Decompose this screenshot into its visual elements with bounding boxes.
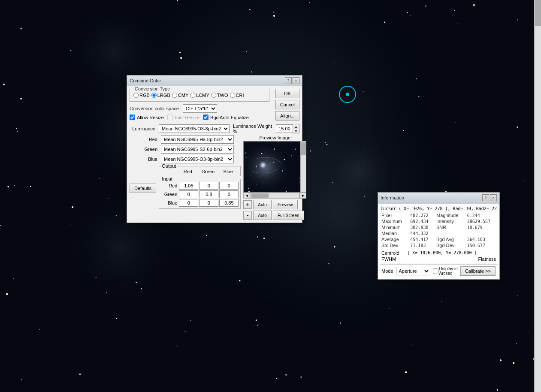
defaults-button[interactable]: Defaults [130,184,156,193]
color-space-select[interactable]: CIE L*a*b* sRGB Adobe RGB [183,104,217,113]
info-help-button[interactable]: ? [482,194,489,201]
channels-section: Red Mean NGC6995-Ha-8p-bin2 Green Mean N… [130,135,241,220]
ok-button[interactable]: OK [275,89,299,98]
input-blue-label: Blue [161,200,177,205]
spinner-down[interactable]: ▼ [293,129,299,133]
preview-vscroll[interactable] [300,141,306,193]
combine-color-dialog: Combine Color ? × Conversion Type RGB [127,75,302,223]
radio-rgb-input[interactable] [133,93,139,98]
lum-weight-input[interactable] [276,124,293,133]
calibrate-button[interactable]: Calibrate >> [460,266,496,276]
luminance-label: Luminance [130,126,155,131]
lum-weight-spinner: ▲ ▼ [276,124,299,133]
avg-value: 454.417 [408,236,435,242]
input-red-col3[interactable] [219,182,239,190]
radio-cmy[interactable]: CMY [172,93,188,98]
full-screen-button[interactable]: Full Screen [273,211,304,220]
info-close-button[interactable]: × [490,194,497,201]
green-select[interactable]: Mean NGC6995-S2-6p-bin2 [161,145,234,154]
defaults-area: Defaults [130,166,156,211]
bgd-equalize-checkbox[interactable] [203,115,209,120]
help-button[interactable]: ? [285,77,292,84]
target-inner [346,93,349,96]
preview-image-area [243,141,306,193]
radio-lrgb[interactable]: LRGB [151,93,170,98]
mode-select[interactable]: Aperture [396,267,430,275]
close-button[interactable]: × [293,77,299,84]
zoom-in-button[interactable]: + [243,200,252,209]
min-label: Minimum [380,224,408,230]
fwhm-label: FWHM [381,256,407,262]
input-green-col3[interactable] [219,190,239,198]
output-red-header: Red [178,169,197,174]
target-circle [339,86,356,103]
auto-button-2[interactable]: Auto [253,211,272,220]
intensity-label: Intensity [435,218,465,224]
scrollbar-thumb[interactable] [535,0,541,26]
display-arcsec-checkbox[interactable] [433,268,438,274]
combine-color-titlebar[interactable]: Combine Color ? × [127,75,302,86]
input-red-col2[interactable] [199,182,218,190]
green-channel-label: Green [130,147,157,152]
conversion-type-group: Conversion Type RGB LRGB CMY [130,89,269,102]
input-blue-col2[interactable] [199,199,218,207]
stats-row-std: Std Dev 71.183 Bgd Dev 150.577 [380,242,498,248]
align-button[interactable]: Align... [275,111,299,121]
fast-resize-checkbox[interactable] [167,115,173,120]
radio-cri-input[interactable] [230,93,235,98]
hscroll-thumb[interactable] [251,193,269,199]
radio-two-input[interactable] [211,93,216,98]
centroid-row: Centroid ( X= 1026.000, Y= 278.000 ) [380,250,498,256]
blue-select[interactable]: Mean NGC6995-O3-8p-bin2 [161,155,234,163]
output-label: Output [161,163,177,169]
preview-button[interactable]: Preview [273,200,298,209]
input-group: Input Red [159,179,241,209]
combine-dialog-body: Conversion Type RGB LRGB CMY [127,86,302,223]
input-blue-col1[interactable] [179,199,198,207]
radio-lcmy[interactable]: LCMY [190,93,209,98]
auto-button-1[interactable]: Auto [253,200,272,209]
preview-canvas [244,142,300,193]
median-label2 [435,230,465,236]
radio-cri[interactable]: CRI [230,93,244,98]
pixel-label: Pixel [380,212,408,218]
hscroll-left[interactable]: ◄ [243,193,250,199]
bgd-dev-value: 150.577 [465,242,498,248]
info-titlebar[interactable]: Information ? × [378,193,499,203]
radio-lcmy-label: LCMY [196,93,209,98]
input-green-col1[interactable] [179,190,198,198]
std-label: Std Dev [380,242,408,248]
allow-resize-label: Allow Resize [137,115,164,120]
hscroll-right[interactable]: ► [299,193,306,199]
combine-color-title: Combine Color [130,78,161,83]
input-red-row: Red [161,182,239,190]
info-content: Cursor ( X= 1026, Y= 278 ), Rad= 10, Rad… [378,203,499,279]
radio-lrgb-label: LRGB [157,93,170,98]
cancel-button[interactable]: Cancel [275,100,299,109]
main-content: Red Mean NGC6995-Ha-8p-bin2 Green Mean N… [130,135,299,220]
input-blue-col3[interactable] [219,199,239,207]
radio-cmy-input[interactable] [172,93,177,98]
radio-lcmy-input[interactable] [190,93,195,98]
bgd-avg-label: Bgd Avg [435,236,465,242]
display-arcsec-row: Display inArcsec [433,266,458,276]
bgd-dev-label: Bgd Dev [435,242,465,248]
radio-two[interactable]: TWO [211,93,228,98]
input-green-col2[interactable] [199,190,218,198]
right-scrollbar[interactable] [534,0,541,392]
hscroll-track[interactable] [250,193,299,199]
zoom-row-2: - Auto Full Screen [243,211,306,220]
output-blue-header: Blue [218,169,238,174]
spinner-up[interactable]: ▲ [293,124,299,129]
magnitude-value: 6.244 [465,212,498,218]
conversion-type-radio-row: RGB LRGB CMY LCMY [133,91,266,98]
zoom-out-button[interactable]: - [243,211,252,220]
input-red-col1[interactable] [179,182,198,190]
lum-weight-label: Luminance Weight % [233,124,274,134]
allow-resize-checkbox[interactable] [130,115,135,120]
vscroll-thumb[interactable] [301,142,306,155]
radio-rgb[interactable]: RGB [133,93,150,98]
radio-lrgb-input[interactable] [151,93,157,98]
luminance-select[interactable]: Mean NGC6995-O3-8p-bin2 [159,124,230,133]
red-select[interactable]: Mean NGC6995-Ha-8p-bin2 [161,135,234,144]
